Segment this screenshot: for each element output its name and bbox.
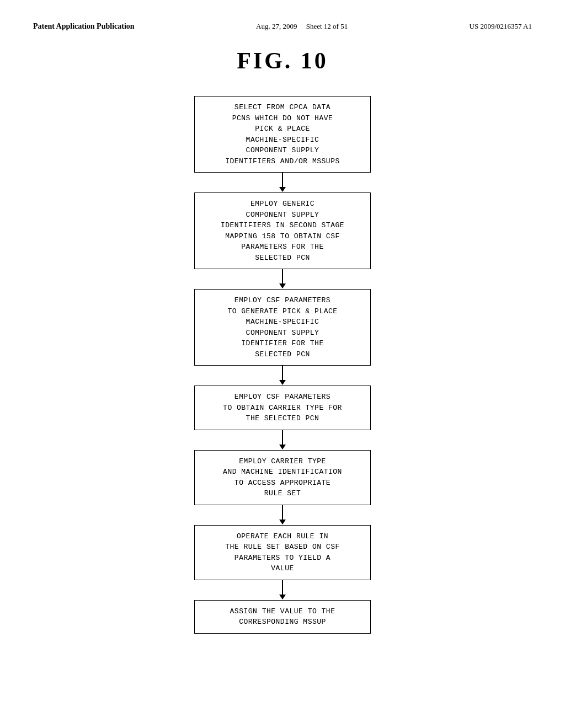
publication-label: Patent Application Publication <box>33 22 135 31</box>
header-center: Aug. 27, 2009 Sheet 12 of 51 <box>256 22 348 31</box>
flow-arrow-3 <box>279 366 286 386</box>
flowchart-box-5: EMPLOY CARRIER TYPE AND MACHINE IDENTIFI… <box>194 450 371 505</box>
sheet-info: Sheet 12 of 51 <box>306 22 348 30</box>
flow-arrow-1 <box>279 173 286 192</box>
flowchart-box-3: EMPLOY CSF PARAMETERS TO GENERATE PICK &… <box>194 289 371 366</box>
flow-arrow-5 <box>279 505 286 525</box>
patent-number: US 2009/0216357 A1 <box>470 22 532 31</box>
flowchart-box-4: EMPLOY CSF PARAMETERS TO OBTAIN CARRIER … <box>194 386 371 430</box>
flow-arrow-2 <box>279 269 286 289</box>
flowchart-box-7: ASSIGN THE VALUE TO THE CORRESPONDING MS… <box>194 600 371 634</box>
flowchart: SELECT FROM CPCA DATA PCNS WHICH DO NOT … <box>33 96 532 634</box>
flow-arrow-4 <box>279 430 286 450</box>
publication-date: Aug. 27, 2009 <box>256 22 297 30</box>
page: Patent Application Publication Aug. 27, … <box>0 0 565 728</box>
page-header: Patent Application Publication Aug. 27, … <box>33 22 532 31</box>
flow-arrow-6 <box>279 580 286 600</box>
flowchart-box-6: OPERATE EACH RULE IN THE RULE SET BASED … <box>194 525 371 580</box>
flowchart-box-2: EMPLOY GENERIC COMPONENT SUPPLY IDENTIFI… <box>194 192 371 269</box>
figure-title: FIG. 10 <box>33 47 532 74</box>
flowchart-box-1: SELECT FROM CPCA DATA PCNS WHICH DO NOT … <box>194 96 371 173</box>
